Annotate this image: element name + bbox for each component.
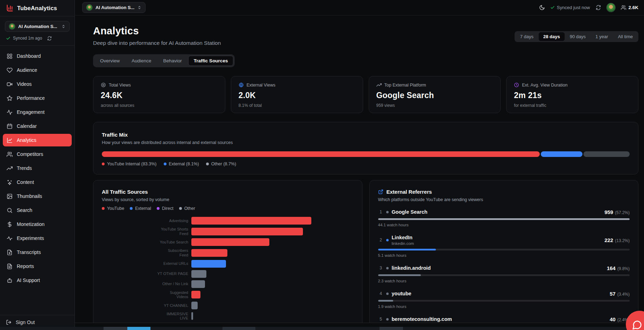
topbar: AI Automation S... Synced just now [75,0,644,15]
check-icon [6,36,10,41]
referrer-watch-hours: 44.1 watch hours [378,223,630,227]
sidebar-item-competitors[interactable]: Competitors [3,148,72,160]
sidebar-item-thumbnails[interactable]: Thumbnails [3,190,72,202]
referrer-name: youtube [392,291,411,296]
sidebar-item-analytics[interactable]: Analytics [3,134,72,146]
sidebar-item-label: Trends [17,165,32,171]
sidebar-item-engagement[interactable]: Engagement [3,106,72,118]
tab-overview[interactable]: Overview [94,56,125,66]
source-bar[interactable] [191,249,227,257]
source-bar[interactable] [191,280,205,288]
referrer-bar-fill [378,218,630,220]
legend-label: YouTube [107,206,124,211]
range-7-days[interactable]: 7 days [516,32,538,41]
user-avatar[interactable] [606,3,616,12]
mix-legend-external-8-1: External (8.1%) [164,161,199,166]
source-bar[interactable] [191,217,311,225]
traffic-mix-legend: YouTube Internal (83.3%)External (8.1%)O… [102,161,630,166]
chart-bar-area [191,238,354,246]
topbar-sync-status: Synced just now [550,5,590,10]
strip-segment-0 [104,327,127,330]
metric-label: Total Views [109,83,131,88]
metric-label: External Views [247,83,275,88]
sidebar-item-ai-support[interactable]: AI Support [3,274,72,287]
source-bar[interactable] [191,228,303,235]
chevron-up-down-icon [61,24,66,29]
topbar-sync-label: Synced just now [557,5,590,10]
chart-tick-label: YT CHANNEL [164,303,188,308]
chart-row-immersive-live: IMMERSIVE LIVE [102,312,354,321]
chart-tick: YouTube Shorts Feed [102,227,191,236]
app-logo: TubeAnalytics [0,0,75,16]
sidebar-channel-selector[interactable]: AI Automation S... [5,21,70,32]
metric-label: Top External Platform [384,83,426,88]
source-bar[interactable] [191,312,193,320]
bar-chart-logo-icon [6,4,14,12]
referrer-bar-fill [378,274,421,276]
sidebar-item-content[interactable]: Content [3,176,72,188]
legend-dot-icon [157,207,160,210]
strip-segment-2 [222,327,255,330]
legend-dot-icon [102,163,105,165]
source-bar[interactable] [191,260,226,268]
legend-label: Other (8.7%) [211,161,236,166]
source-bar[interactable] [191,302,198,309]
referrer-views: 164 [607,265,616,271]
sidebar-item-videos[interactable]: Videos [3,78,72,90]
clock-icon [514,82,519,88]
referrer-bar-track [378,274,630,276]
sidebar-item-calendar[interactable]: Calendar [3,120,72,132]
sidebar-item-audience[interactable]: Audience [3,64,72,76]
source-bar[interactable] [191,238,269,246]
sidebar-item-dashboard[interactable]: Dashboard [3,50,72,62]
referrer-dot-icon [386,293,389,295]
chart-tick: YouTube Search [102,240,191,245]
sidebar-item-transcripts[interactable]: Transcripts [3,246,72,259]
chart-tick: Advertising [102,219,191,223]
search-icon [7,207,13,213]
taskbar-strip [0,327,644,330]
source-bar[interactable] [191,270,206,278]
chart-tick: YT OTHER PAGE [102,271,191,276]
chart-row-other-no-link: Other / No Link [102,280,354,288]
sources-bar-chart: AdvertisingYouTube Shorts FeedYouTube Se… [102,217,354,321]
sidebar-item-experiments[interactable]: Experiments [3,232,72,245]
legend-dot-icon [164,163,167,165]
sign-out-label: Sign Out [16,319,35,325]
referrer-bar-track [378,249,630,250]
users-icon [7,151,13,157]
metric-card-external-views: External Views2.0K8.1% of total [231,76,363,113]
range-90-days[interactable]: 90 days [565,32,590,41]
sidebar-item-label: Engagement [17,109,44,115]
legend-dot-icon [130,207,133,210]
sources-legend-other: Other [179,206,195,211]
sidebar-item-performance[interactable]: Performance [3,92,72,104]
chat-bubble-icon [632,320,642,330]
file-text-icon [7,263,13,269]
sidebar-item-monetization[interactable]: Monetization [3,218,72,231]
metric-header: Top External Platform [376,82,493,88]
chart-tick-label: Other / No Link [162,282,188,286]
refresh-icon[interactable] [47,36,52,41]
range-1-year[interactable]: 1 year [591,32,613,41]
range-all-time[interactable]: All time [613,32,637,41]
tab-traffic-sources[interactable]: Traffic Sources [188,56,234,66]
chart-row-external-urls: External URLs [102,260,354,268]
range-28-days[interactable]: 28 days [539,32,565,41]
sidebar-item-label: Dashboard [17,53,41,59]
chart-row-yt-channel: YT CHANNEL [102,302,354,309]
chevron-up-down-icon [137,5,142,10]
tab-behavior[interactable]: Behavior [158,56,187,66]
referrer-name: beremoteconsulting.com [392,316,452,322]
dark-mode-toggle-moon-icon[interactable] [539,5,545,11]
topbar-channel-selector[interactable]: AI Automation S... [82,2,146,13]
sidebar-item-search[interactable]: Search [3,204,72,216]
metric-card-ext-avg-view-duration: Ext. Avg. View Duration2m 21sfor externa… [506,76,638,113]
refresh-icon[interactable] [596,5,601,10]
sidebar-item-trends[interactable]: Trends [3,162,72,174]
sidebar-item-reports[interactable]: Reports [3,260,72,273]
referrer-name: LinkedIn [392,235,413,240]
source-bar[interactable] [191,291,200,298]
metric-subtext: 959 views [376,103,493,108]
tab-audience[interactable]: Audience [126,56,157,66]
